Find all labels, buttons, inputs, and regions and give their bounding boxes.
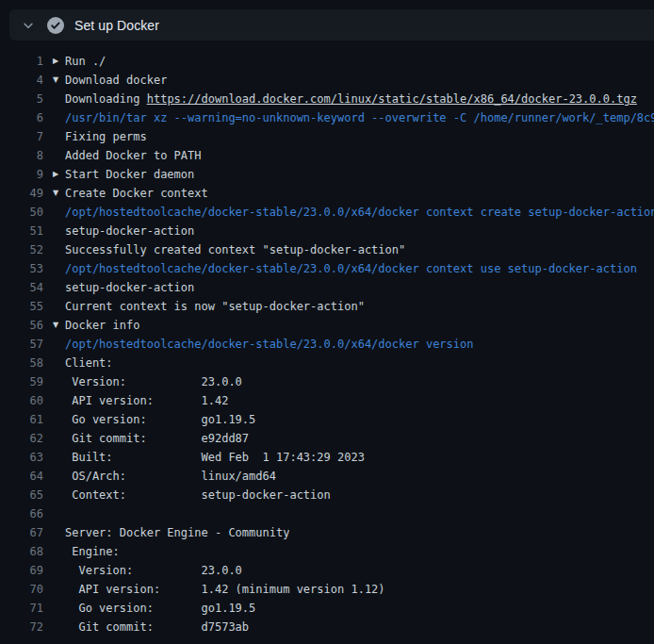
log-group-line[interactable]: 4▼Download docker xyxy=(0,71,654,90)
line-number[interactable]: 61 xyxy=(0,410,43,429)
line-text: Successfully created context "setup-dock… xyxy=(65,240,405,259)
line-text: API version: 1.42 (minimum version 1.12) xyxy=(65,580,385,599)
log-text-segment: Git commit: d7573ab xyxy=(65,620,249,634)
line-number[interactable]: 7 xyxy=(0,127,43,146)
line-text: Git commit: d7573ab xyxy=(65,618,249,636)
line-number[interactable]: 8 xyxy=(0,146,43,165)
group-collapsed-icon[interactable]: ▶ xyxy=(53,165,65,184)
log-line: 50/opt/hostedtoolcache/docker-stable/23.… xyxy=(0,203,654,222)
line-number[interactable]: 68 xyxy=(0,542,43,561)
log-text-segment: Docker info xyxy=(65,319,139,332)
log-line: 54setup-docker-action xyxy=(0,278,654,297)
line-number[interactable]: 59 xyxy=(0,372,43,391)
log-text-segment: Client: xyxy=(65,356,113,370)
arrow-spacer xyxy=(53,599,65,618)
line-number[interactable]: 52 xyxy=(0,240,43,259)
log-line: 6/usr/bin/tar xz --warning=no-unknown-ke… xyxy=(0,108,654,127)
log-line: 64 OS/Arch: linux/amd64 xyxy=(0,467,654,486)
arrow-spacer xyxy=(53,259,65,278)
log-line: 5Downloading https://download.docker.com… xyxy=(0,90,654,108)
log-line: 7Fixing perms xyxy=(0,127,654,146)
log-group-line[interactable]: 9▶Start Docker daemon xyxy=(0,165,654,184)
line-text: /opt/hostedtoolcache/docker-stable/23.0.… xyxy=(65,259,637,278)
arrow-spacer xyxy=(53,146,65,165)
line-number[interactable]: 67 xyxy=(0,523,43,542)
log-line: 55Current context is now "setup-docker-a… xyxy=(0,297,654,316)
log-text-segment: /opt/hostedtoolcache/docker-stable/23.0.… xyxy=(65,206,654,219)
line-number[interactable]: 66 xyxy=(0,504,43,523)
log-text-segment: Version: 23.0.0 xyxy=(65,564,242,577)
line-number[interactable]: 63 xyxy=(0,448,43,467)
line-number[interactable]: 55 xyxy=(0,297,43,316)
arrow-spacer xyxy=(53,90,65,108)
line-text: Docker info xyxy=(65,316,139,335)
step-header[interactable]: Set up Docker xyxy=(9,9,654,41)
arrow-spacer xyxy=(53,523,65,542)
line-number[interactable]: 53 xyxy=(0,259,43,278)
log-text-segment: Run ./ xyxy=(65,55,106,68)
line-number[interactable]: 58 xyxy=(0,354,43,372)
line-number[interactable]: 69 xyxy=(0,561,43,580)
line-number[interactable]: 64 xyxy=(0,467,43,486)
log-lines-container: 1▶Run ./4▼Download docker5Downloading ht… xyxy=(0,41,654,636)
line-number[interactable]: 54 xyxy=(0,278,43,297)
line-number[interactable]: 56 xyxy=(0,316,43,335)
arrow-spacer xyxy=(53,372,65,391)
log-text-segment: Git commit: e92dd87 xyxy=(65,432,249,445)
group-expanded-icon[interactable]: ▼ xyxy=(53,71,65,90)
log-text-segment: Added Docker to PATH xyxy=(65,149,202,162)
log-text-segment: Server: Docker Engine - Community xyxy=(65,526,289,539)
line-text: Added Docker to PATH xyxy=(65,146,202,165)
log-line: 72 Git commit: d7573ab xyxy=(0,618,654,636)
log-line: 51setup-docker-action xyxy=(0,222,654,240)
log-text-segment: Context: setup-docker-action xyxy=(65,488,331,502)
line-text: Context: setup-docker-action xyxy=(65,486,331,504)
line-number[interactable]: 4 xyxy=(0,71,43,90)
log-url-link[interactable]: https://download.docker.com/linux/static… xyxy=(147,92,637,106)
line-number[interactable]: 51 xyxy=(0,222,43,240)
log-text-segment: Successfully created context "setup-dock… xyxy=(65,243,405,256)
line-text: Go version: go1.19.5 xyxy=(65,599,255,618)
line-text: API version: 1.42 xyxy=(65,391,228,410)
line-number[interactable]: 5 xyxy=(0,90,43,108)
group-expanded-icon[interactable]: ▼ xyxy=(53,184,65,203)
arrow-spacer xyxy=(53,108,65,127)
log-group-line[interactable]: 49▼Create Docker context xyxy=(0,184,654,203)
log-line: 53/opt/hostedtoolcache/docker-stable/23.… xyxy=(0,259,654,278)
log-line: 68 Engine: xyxy=(0,542,654,561)
log-text-segment: Download docker xyxy=(65,74,167,87)
line-text: Go version: go1.19.5 xyxy=(65,410,255,429)
log-group-line[interactable]: 1▶Run ./ xyxy=(0,52,654,71)
step-title: Set up Docker xyxy=(74,18,159,33)
line-number[interactable]: 49 xyxy=(0,184,43,203)
line-number[interactable]: 9 xyxy=(0,165,43,184)
log-group-line[interactable]: 56▼Docker info xyxy=(0,316,654,335)
log-text-segment: Engine: xyxy=(65,545,120,558)
line-text: Downloading https://download.docker.com/… xyxy=(65,90,637,108)
arrow-spacer xyxy=(53,561,65,580)
line-number[interactable]: 57 xyxy=(0,335,43,354)
chevron-down-icon[interactable] xyxy=(22,19,35,32)
line-number[interactable]: 70 xyxy=(0,580,43,599)
line-number[interactable]: 62 xyxy=(0,429,43,448)
group-expanded-icon[interactable]: ▼ xyxy=(53,316,65,335)
line-number[interactable]: 60 xyxy=(0,391,43,410)
arrow-spacer xyxy=(53,542,65,561)
arrow-spacer xyxy=(53,410,65,429)
line-number[interactable]: 65 xyxy=(0,486,43,504)
line-number[interactable]: 50 xyxy=(0,203,43,222)
log-line: 71 Go version: go1.19.5 xyxy=(0,599,654,618)
log-text-segment: OS/Arch: linux/amd64 xyxy=(65,470,276,483)
line-text: Fixing perms xyxy=(65,127,147,146)
arrow-spacer xyxy=(53,278,65,297)
line-number[interactable]: 6 xyxy=(0,108,43,127)
log-text-segment: Create Docker context xyxy=(65,187,208,200)
line-text: Run ./ xyxy=(65,52,106,71)
line-text: Engine: xyxy=(65,542,120,561)
log-line: 59 Version: 23.0.0 xyxy=(0,372,654,391)
log-line: 60 API version: 1.42 xyxy=(0,391,654,410)
group-collapsed-icon[interactable]: ▶ xyxy=(53,52,65,71)
line-number[interactable]: 1 xyxy=(0,52,43,71)
line-number[interactable]: 71 xyxy=(0,599,43,618)
line-number[interactable]: 72 xyxy=(0,618,43,636)
